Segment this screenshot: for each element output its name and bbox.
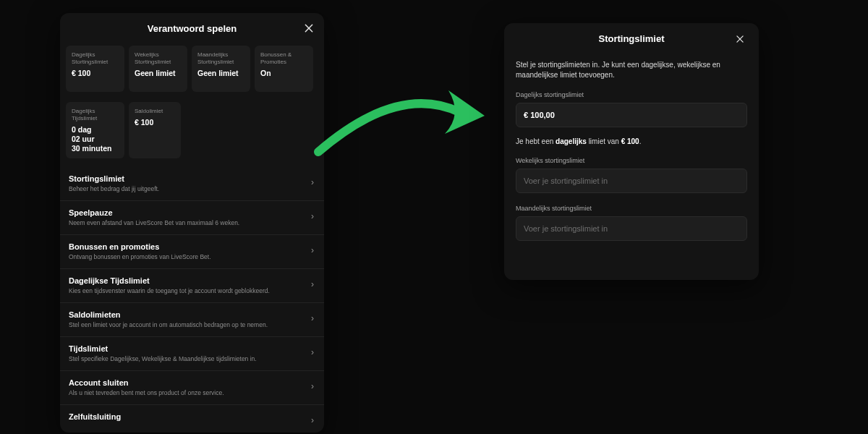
card-label: Dagelijks Tijdslimiet [72, 108, 119, 122]
card-value: € 100 [135, 118, 175, 127]
weekly-limit-label: Wekelijks stortingslimiet [516, 157, 747, 164]
menu-sub: Neem even afstand van LiveScore Bet van … [69, 219, 304, 227]
deposit-limit-panel: Stortingslimiet Stel je stortingslimiete… [504, 23, 759, 280]
card-label: Saldolimiet [135, 108, 175, 115]
card-weekly-deposit[interactable]: Wekelijks Stortingslimiet Geen limiet [129, 46, 187, 92]
menu-sub: Stel specifieke Dagelijkse, Wekelijkse &… [69, 355, 304, 363]
menu-item-speelpauze[interactable]: Speelpauze Neem even afstand van LiveSco… [60, 201, 324, 235]
panel-header: Stortingslimiet [516, 33, 747, 47]
close-icon [303, 22, 315, 34]
card-balance-limit[interactable]: Saldolimiet € 100 [129, 102, 181, 158]
monthly-limit-input[interactable] [516, 216, 747, 241]
card-label: Dagelijks Stortingslimiet [72, 51, 119, 66]
chevron-right-icon: › [311, 347, 314, 357]
card-value: On [260, 69, 307, 78]
menu-title: Account sluiten [69, 378, 304, 387]
limit-cards-row2: Dagelijks Tijdslimiet 0 dag 02 uur 30 mi… [60, 98, 324, 163]
chevron-right-icon: › [311, 415, 314, 425]
card-value: 0 dag 02 uur 30 minuten [72, 125, 119, 153]
responsible-gaming-panel: Verantwoord spelen Dagelijks Stortingsli… [60, 13, 324, 433]
menu-title: Speelpauze [69, 208, 304, 217]
menu-sub: Als u niet tevreden bent met ons product… [69, 389, 304, 397]
chevron-right-icon: › [311, 211, 314, 221]
card-label: Bonussen & Promoties [260, 51, 307, 66]
chevron-right-icon: › [311, 177, 314, 187]
close-button[interactable] [301, 20, 317, 36]
menu-title: Dagelijkse Tijdslimiet [69, 276, 304, 285]
card-daily-timelimit[interactable]: Dagelijks Tijdslimiet 0 dag 02 uur 30 mi… [66, 102, 124, 158]
menu-title: Stortingslimiet [69, 174, 304, 183]
menu-sub: Stel een limiet voor je account in om au… [69, 321, 304, 329]
menu-title: Saldolimieten [69, 310, 304, 319]
card-label: Maandelijks Stortingslimiet [197, 51, 244, 66]
flow-arrow-icon [311, 65, 492, 159]
menu-item-stortingslimiet[interactable]: Stortingslimiet Beheer het bedrag dat ji… [60, 167, 324, 201]
menu-item-zelfuitsluiting[interactable]: Zelfuitsluiting › [60, 405, 324, 433]
menu-item-dagelijkse-tijdslimiet[interactable]: Dagelijkse Tijdslimiet Kies een tijdsven… [60, 269, 324, 303]
menu-title: Tijdslimiet [69, 344, 304, 353]
chevron-right-icon: › [311, 313, 314, 323]
menu-item-tijdslimiet[interactable]: Tijdslimiet Stel specifieke Dagelijkse, … [60, 337, 324, 371]
current-limit-note: Je hebt een dagelijks limiet van € 100. [516, 137, 747, 145]
menu-item-account-sluiten[interactable]: Account sluiten Als u niet tevreden bent… [60, 371, 324, 405]
chevron-right-icon: › [311, 279, 314, 289]
intro-text: Stel je stortingslimieten in. Je kunt ee… [516, 60, 747, 80]
chevron-right-icon: › [311, 245, 314, 255]
card-value: Geen limiet [135, 69, 182, 78]
card-value: Geen limiet [197, 69, 244, 78]
monthly-limit-label: Maandelijks stortingslimiet [516, 205, 747, 212]
menu-sub: Beheer het bedrag dat jij uitgeeft. [69, 185, 304, 193]
card-bonuses[interactable]: Bonussen & Promoties On [255, 46, 313, 92]
menu-item-bonussen[interactable]: Bonussen en promoties Ontvang bonussen e… [60, 235, 324, 269]
menu-title: Zelfuitsluiting [69, 412, 304, 421]
menu-title: Bonussen en promoties [69, 242, 304, 251]
card-value: € 100 [72, 69, 119, 78]
chevron-right-icon: › [311, 381, 314, 391]
menu-sub: Kies een tijdsvenster waarin de toegang … [69, 287, 304, 295]
limit-cards-row1: Dagelijks Stortingslimiet € 100 Wekelijk… [60, 41, 324, 96]
menu-item-saldolimieten[interactable]: Saldolimieten Stel een limiet voor je ac… [60, 303, 324, 337]
weekly-limit-input[interactable] [516, 169, 747, 193]
daily-limit-label: Dagelijks stortingslimiet [516, 91, 747, 98]
card-daily-deposit[interactable]: Dagelijks Stortingslimiet € 100 [66, 46, 124, 92]
panel-title: Verantwoord spelen [148, 23, 237, 34]
menu-sub: Ontvang bonussen en promoties van LiveSc… [69, 253, 304, 261]
close-icon [735, 34, 745, 44]
close-button[interactable] [733, 32, 747, 46]
settings-menu: Stortingslimiet Beheer het bedrag dat ji… [60, 167, 324, 433]
daily-limit-input[interactable] [516, 103, 747, 127]
card-monthly-deposit[interactable]: Maandelijks Stortingslimiet Geen limiet [192, 46, 250, 92]
panel-header: Verantwoord spelen [60, 13, 324, 41]
panel-title: Stortingslimiet [516, 33, 747, 44]
card-label: Wekelijks Stortingslimiet [135, 51, 182, 66]
